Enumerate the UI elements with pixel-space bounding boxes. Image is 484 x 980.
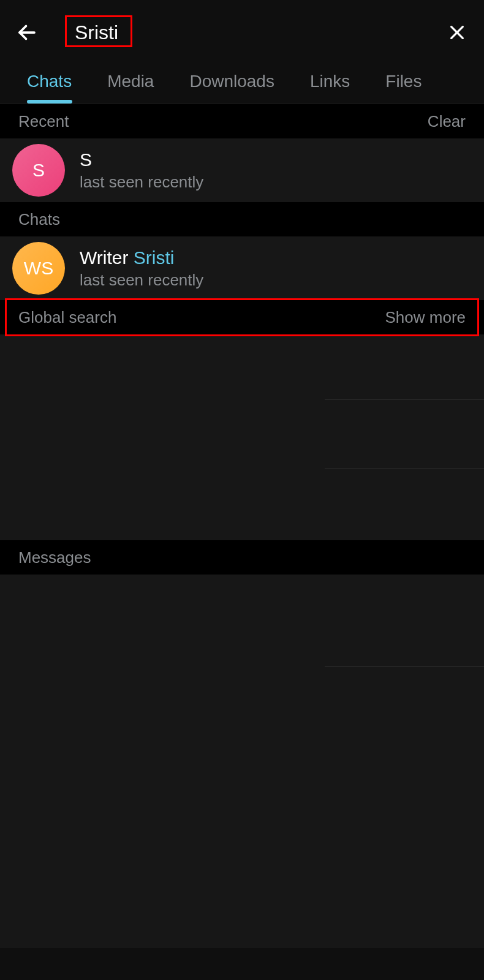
recent-section-header: Recent Clear [0, 104, 484, 138]
search-input[interactable] [70, 19, 192, 47]
divider [325, 468, 484, 469]
messages-section-header: Messages [0, 540, 484, 575]
tab-chats[interactable]: Chats [27, 62, 72, 104]
global-search-wrapper: Global search Show more [0, 300, 484, 334]
item-content: Writer Sristi last seen recently [80, 247, 203, 290]
chats-section-header: Chats [0, 202, 484, 236]
messages-results [0, 575, 484, 948]
back-button[interactable] [15, 20, 39, 45]
avatar: WS [12, 242, 65, 295]
divider [325, 666, 484, 667]
chat-item[interactable]: WS Writer Sristi last seen recently [0, 236, 484, 300]
item-content: S last seen recently [80, 149, 203, 192]
global-search-section-header: Global search Show more [0, 300, 484, 334]
recent-item[interactable]: S S last seen recently [0, 138, 484, 202]
search-header [0, 0, 484, 61]
item-title: S [80, 149, 203, 170]
tab-media[interactable]: Media [107, 62, 154, 104]
messages-section-title: Messages [18, 548, 91, 567]
clear-search-button[interactable] [445, 20, 469, 45]
tab-files[interactable]: Files [385, 62, 422, 104]
close-icon [447, 23, 467, 42]
item-title: Writer Sristi [80, 247, 203, 268]
item-title-highlight: Sristi [134, 247, 175, 268]
search-input-wrapper [70, 19, 445, 47]
search-tabs: Chats Media Downloads Links Files [0, 61, 484, 104]
clear-recent-button[interactable]: Clear [428, 112, 466, 131]
show-more-button[interactable]: Show more [385, 308, 466, 327]
tab-downloads[interactable]: Downloads [189, 62, 274, 104]
global-search-results [0, 334, 484, 540]
item-title-prefix: Writer [80, 247, 134, 268]
item-subtitle: last seen recently [80, 173, 203, 192]
tab-links[interactable]: Links [310, 62, 350, 104]
item-subtitle: last seen recently [80, 271, 203, 290]
divider [325, 399, 484, 400]
arrow-left-icon [16, 21, 38, 43]
recent-section-title: Recent [18, 112, 69, 131]
global-search-title: Global search [18, 308, 116, 327]
chats-section-title: Chats [18, 210, 60, 229]
avatar: S [12, 144, 65, 197]
